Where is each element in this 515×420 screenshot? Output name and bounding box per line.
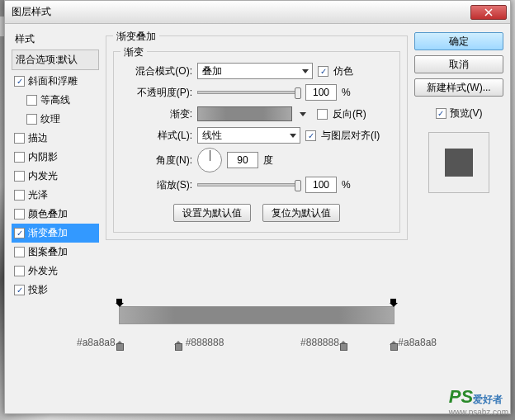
gradient-label: 渐变: (122, 107, 192, 121)
style-label: 光泽 (28, 188, 48, 202)
preview-box (428, 132, 489, 193)
style-item[interactable]: 颜色叠加 (12, 205, 99, 224)
style-checkbox[interactable] (14, 247, 25, 257)
color-stop[interactable] (339, 341, 347, 349)
style-checkbox[interactable] (14, 228, 25, 238)
style-checkbox[interactable] (14, 152, 25, 163)
angle-label: 角度(N): (122, 153, 192, 168)
close-icon (484, 8, 493, 17)
angle-dial[interactable] (197, 148, 222, 172)
title-bar[interactable]: 图层样式 (5, 1, 510, 24)
align-checkbox[interactable] (305, 130, 316, 141)
styles-label: 样式 (12, 31, 99, 48)
blend-mode-label: 混合模式(O): (122, 64, 192, 78)
hex-label: #a8a8a8 (398, 337, 437, 348)
preview-swatch (445, 149, 473, 177)
action-panel: 确定 取消 新建样式(W)... 预览(V) (414, 31, 503, 407)
style-item[interactable]: 内发光 (12, 167, 99, 186)
style-item[interactable]: 斜面和浮雕 (12, 72, 99, 91)
opacity-slider[interactable] (197, 91, 300, 94)
scale-label: 缩放(S): (122, 178, 192, 192)
hex-label: #a8a8a8 (77, 337, 116, 348)
style-item[interactable]: 图案叠加 (12, 243, 99, 262)
dither-label: 仿色 (333, 64, 353, 78)
group-title: 渐变叠加 (113, 30, 159, 44)
gradient-settings: 渐变 混合模式(O): 叠加 仿色 不透明度(P): 100 % (113, 51, 400, 233)
style-list: 斜面和浮雕等高线纹理描边内阴影内发光光泽颜色叠加渐变叠加图案叠加外发光投影 (12, 72, 99, 300)
inner-title: 渐变 (120, 45, 147, 59)
scale-slider[interactable] (197, 183, 300, 186)
style-label: 外发光 (28, 264, 58, 278)
color-stop[interactable] (174, 341, 182, 349)
styles-panel: 样式 混合选项:默认 斜面和浮雕等高线纹理描边内阴影内发光光泽颜色叠加渐变叠加图… (12, 31, 99, 407)
style-item[interactable]: 外发光 (12, 262, 99, 281)
hex-label: #888888 (300, 337, 339, 348)
preview-label: 预览(V) (450, 106, 483, 120)
blend-options-default[interactable]: 混合选项:默认 (12, 50, 99, 70)
style-label: 投影 (28, 283, 48, 297)
cancel-button[interactable]: 取消 (414, 55, 503, 73)
style-checkbox[interactable] (14, 76, 25, 87)
style-label: 样式(L): (122, 129, 192, 143)
scale-unit: % (342, 179, 351, 191)
opacity-stop[interactable] (116, 299, 124, 307)
style-item[interactable]: 投影 (12, 281, 99, 300)
style-label: 纹理 (40, 112, 60, 126)
style-label: 内发光 (28, 169, 58, 183)
gradient-overlay-group: 渐变叠加 渐变 混合模式(O): 叠加 仿色 不透明度(P): 100 % (106, 35, 408, 240)
style-label: 斜面和浮雕 (28, 74, 78, 88)
style-checkbox[interactable] (14, 209, 25, 219)
style-item[interactable]: 渐变叠加 (12, 224, 99, 243)
dither-checkbox[interactable] (318, 66, 328, 77)
style-checkbox[interactable] (14, 171, 25, 182)
settings-panel: 渐变叠加 渐变 混合模式(O): 叠加 仿色 不透明度(P): 100 % (106, 31, 408, 407)
opacity-unit: % (342, 87, 351, 98)
color-stop[interactable] (390, 341, 398, 349)
preview-checkbox[interactable] (436, 108, 446, 119)
hex-label: #888888 (186, 337, 224, 348)
gradient-preview[interactable] (197, 106, 292, 121)
style-label: 渐变叠加 (28, 226, 68, 240)
set-default-button[interactable]: 设置为默认值 (173, 204, 251, 222)
watermark: PS爱好者 www.psahz.com (449, 386, 508, 417)
style-label: 图案叠加 (28, 245, 68, 259)
new-style-button[interactable]: 新建样式(W)... (414, 78, 503, 97)
angle-value[interactable]: 90 (227, 152, 258, 168)
style-item[interactable]: 纹理 (12, 110, 99, 129)
layer-style-dialog: 图层样式 样式 混合选项:默认 斜面和浮雕等高线纹理描边内阴影内发光光泽颜色叠加… (4, 0, 511, 414)
opacity-label: 不透明度(P): (122, 86, 192, 100)
gradient-bar[interactable]: #a8a8a8 #888888 #888888 #a8a8a8 (119, 306, 395, 324)
reverse-checkbox[interactable] (317, 109, 328, 120)
style-label: 描边 (28, 131, 48, 145)
dialog-title: 图层样式 (8, 5, 470, 19)
style-checkbox[interactable] (14, 285, 25, 295)
style-label: 内阴影 (28, 150, 58, 164)
style-checkbox[interactable] (14, 266, 25, 276)
style-item[interactable]: 光泽 (12, 186, 99, 205)
close-button[interactable] (470, 5, 507, 20)
style-item[interactable]: 描边 (12, 129, 99, 148)
reset-default-button[interactable]: 复位为默认值 (262, 204, 340, 222)
style-checkbox[interactable] (14, 133, 25, 144)
opacity-stop[interactable] (390, 299, 398, 307)
style-label: 等高线 (40, 93, 70, 107)
ok-button[interactable]: 确定 (414, 32, 503, 50)
color-stop[interactable] (116, 341, 124, 349)
style-item[interactable]: 等高线 (12, 91, 99, 110)
reverse-label: 反向(R) (333, 107, 366, 121)
style-checkbox[interactable] (14, 190, 25, 201)
scale-value[interactable]: 100 (305, 177, 337, 193)
style-label: 颜色叠加 (28, 207, 68, 221)
blend-mode-select[interactable]: 叠加 (197, 63, 313, 79)
style-checkbox[interactable] (26, 95, 37, 106)
style-item[interactable]: 内阴影 (12, 148, 99, 167)
align-label: 与图层对齐(I) (321, 129, 380, 143)
style-select[interactable]: 线性 (197, 127, 300, 144)
gradient-editor: #a8a8a8 #888888 #888888 #a8a8a8 (112, 301, 401, 324)
opacity-value[interactable]: 100 (305, 84, 337, 101)
angle-unit: 度 (263, 153, 273, 168)
style-checkbox[interactable] (26, 114, 37, 125)
